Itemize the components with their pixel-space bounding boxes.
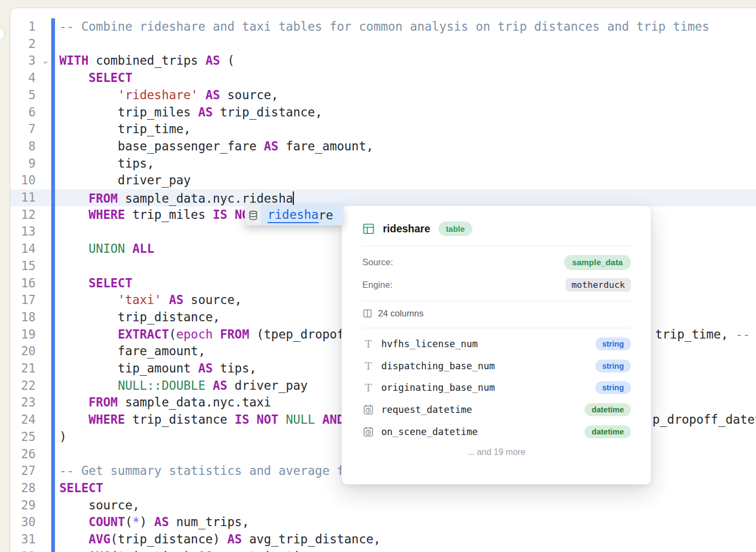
suggestion-match-text: ridesha	[267, 208, 319, 223]
code-text: FROM sample_data.nyc.taxi	[59, 394, 271, 411]
code-token: (	[169, 327, 176, 341]
code-token: (trip_time)	[111, 549, 198, 552]
code-line[interactable]: 5 'rideshare' AS source,	[0, 87, 756, 104]
code-text: trip_distance,	[59, 309, 220, 326]
autocomplete-suggestion[interactable]: rideshare	[261, 205, 343, 225]
code-line[interactable]: 8 base_passenger_fare AS fare_amount,	[0, 138, 756, 155]
code-token: AS	[169, 293, 183, 307]
divider	[362, 328, 631, 328]
line-number: 17	[0, 292, 36, 309]
line-number: 19	[0, 326, 36, 343]
table-type-badge: table	[438, 222, 472, 236]
line-number: 18	[0, 309, 36, 326]
code-text: SELECT	[59, 480, 103, 497]
code-line[interactable]: 7 trip_time,	[0, 121, 756, 138]
code-line[interactable]: 9 tips,	[0, 155, 756, 172]
code-line[interactable]: 10 driver_pay	[0, 172, 756, 189]
code-token: AVG	[88, 549, 111, 552]
column-name: on_scene_datetime	[381, 426, 585, 437]
code-token: -- Combine rideshare and taxi tables for…	[59, 19, 710, 33]
line-number: 29	[0, 497, 36, 514]
code-text: source,	[59, 497, 140, 514]
calendar-clock-icon	[362, 404, 374, 415]
card-title: rideshare	[383, 223, 430, 235]
code-token: sample_data.nyc.ridesha	[118, 191, 293, 205]
line-number: 25	[0, 429, 36, 446]
column-name: hvfhs_license_num	[381, 339, 595, 349]
code-token: driver_pay	[228, 378, 308, 392]
code-text: fare_amount,	[59, 343, 205, 360]
column-type-badge: string	[595, 360, 631, 372]
code-token: (	[125, 515, 133, 529]
code-token: fare_amount,	[278, 139, 373, 153]
divider	[362, 246, 631, 246]
code-token: num_trips,	[169, 515, 249, 529]
code-line[interactable]: 4 SELECT	[0, 70, 756, 87]
code-token: sample_data.nyc.taxi	[118, 395, 271, 409]
code-text: WITH combined_trips AS (	[59, 52, 235, 70]
code-token: WHERE	[88, 208, 125, 222]
code-token: epoch	[176, 327, 213, 341]
line-number: 23	[0, 394, 36, 411]
code-token	[59, 549, 88, 552]
line-number: 30	[0, 514, 36, 531]
code-line[interactable]: 31 AVG(trip_distance) AS avg_trip_distan…	[0, 531, 756, 548]
column-type-badge: string	[595, 337, 631, 350]
column-row: request_datetimedatetime	[362, 401, 631, 418]
code-token	[278, 412, 286, 426]
code-line[interactable]: 6 trip_miles AS trip_distance,	[0, 104, 756, 121]
code-token: --	[736, 326, 750, 343]
code-line[interactable]: 30 COUNT(*) AS num_trips,	[0, 514, 756, 531]
line-number: 4	[0, 70, 36, 87]
line-number: 24	[0, 411, 36, 429]
code-token: SELECT	[59, 481, 103, 495]
column-row: Toriginating_base_numstring	[362, 379, 631, 396]
code-token: AS	[205, 88, 220, 102]
code-token: (trip_distance)	[111, 532, 228, 546]
code-token: trip_distance	[125, 412, 235, 426]
code-line[interactable]: 29 source,	[0, 497, 756, 514]
code-token: AS	[198, 549, 212, 552]
columns-summary-text: 24 columns	[378, 308, 423, 319]
code-token: combined_trips	[88, 53, 205, 67]
type-string-icon: T	[362, 338, 374, 350]
code-token: NULL	[286, 412, 315, 426]
code-token: driver_pay	[59, 173, 191, 187]
code-token: 'rideshare'	[118, 88, 198, 102]
code-text: 'taxi' AS source,	[59, 292, 242, 309]
code-token: base_passenger_fare	[59, 139, 264, 153]
line-number: 28	[0, 480, 36, 497]
code-text: SELECT	[59, 70, 132, 87]
code-token: trip_distance,	[59, 310, 220, 324]
code-token	[205, 378, 213, 392]
engine-label: Engine:	[362, 280, 393, 290]
engine-row: Engine: motherduck	[362, 276, 631, 294]
code-text: UNION ALL	[59, 240, 154, 258]
code-token	[249, 412, 257, 426]
type-string-icon: T	[362, 360, 374, 372]
code-token: avg_trip_distance,	[242, 532, 381, 546]
code-line[interactable]: 3⌄WITH combined_trips AS (	[0, 52, 756, 70]
code-line[interactable]: 32 AVG(trip_time) AS avg_trip_time,	[0, 548, 756, 552]
code-token: trip_time,	[655, 326, 736, 343]
code-line[interactable]: 11 FROM sample_data.nyc.ridesha	[0, 189, 756, 206]
code-line[interactable]: 1-- Combine rideshare and taxi tables fo…	[0, 18, 756, 36]
code-line[interactable]: 2	[0, 36, 756, 53]
autocomplete-popup[interactable]: rideshare	[245, 205, 343, 225]
code-token: *	[132, 515, 140, 529]
code-token	[59, 378, 118, 392]
code-token: AS	[205, 53, 220, 67]
line-number: 16	[0, 275, 36, 292]
code-token: AS	[154, 515, 169, 529]
code-token	[59, 276, 88, 290]
code-token: tips,	[59, 156, 154, 170]
code-token: EXTRACT	[118, 327, 169, 341]
code-token: AS	[198, 361, 212, 375]
code-token: IS	[212, 208, 227, 222]
line-number: 21	[0, 360, 36, 377]
source-row: Source: sample_data	[362, 253, 631, 271]
line-number: 10	[0, 172, 36, 189]
column-type-badge: string	[595, 381, 631, 394]
chevron-down-icon[interactable]: ⌄	[39, 52, 51, 70]
code-token	[59, 191, 88, 205]
